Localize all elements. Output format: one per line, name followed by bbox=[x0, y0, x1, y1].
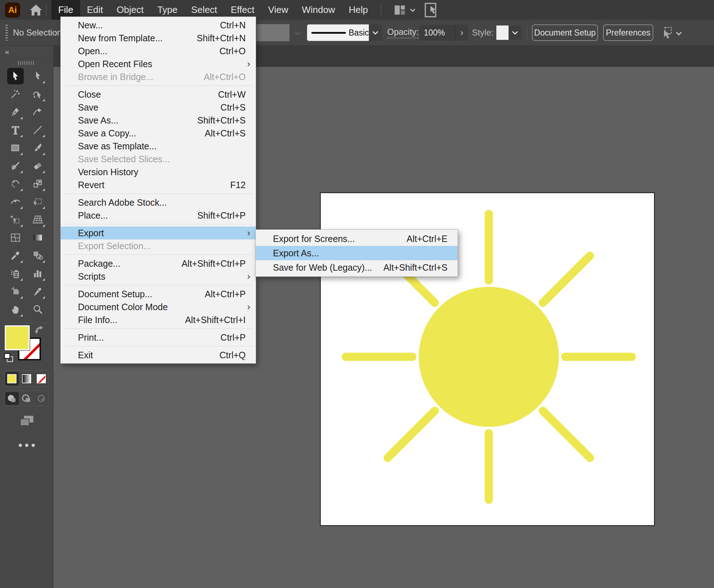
magic-wand-tool[interactable] bbox=[7, 86, 24, 102]
menu-item-save-as-template[interactable]: Save as Template... bbox=[61, 140, 256, 153]
shaper-tool[interactable] bbox=[7, 158, 24, 174]
free-transform-tool[interactable] bbox=[29, 193, 46, 210]
change-screen-mode-icon[interactable] bbox=[0, 414, 53, 427]
eraser-tool[interactable] bbox=[29, 158, 46, 174]
flyout-indicator bbox=[20, 135, 23, 137]
gradient-button[interactable] bbox=[20, 372, 33, 386]
shape-builder-tool[interactable] bbox=[7, 211, 24, 228]
menu-item-export-as[interactable]: Export As... bbox=[256, 246, 458, 260]
menu-item-document-color-mode[interactable]: Document Color Mode› bbox=[61, 300, 256, 313]
slice-tool[interactable] bbox=[29, 283, 46, 300]
menu-item-label: Save As... bbox=[61, 115, 119, 126]
menu-item-shortcut: Alt+Shift+Ctrl+S bbox=[383, 262, 458, 273]
menubar-item-help[interactable]: Help bbox=[342, 0, 375, 20]
perspective-grid-tool[interactable] bbox=[29, 211, 46, 228]
menu-item-print[interactable]: Print...Ctrl+P bbox=[61, 331, 256, 344]
lasso-tool[interactable] bbox=[29, 86, 46, 102]
document-setup-button[interactable]: Document Setup bbox=[532, 24, 598, 41]
style-swatch[interactable] bbox=[496, 25, 509, 40]
eyedropper-tool[interactable] bbox=[7, 247, 24, 264]
edit-toolbar-ellipsis[interactable] bbox=[0, 444, 53, 447]
menu-item-new-from-template[interactable]: New from Template...Shift+Ctrl+N bbox=[61, 32, 256, 45]
collapse-panel-button[interactable]: ‹‹ bbox=[0, 46, 53, 58]
preferences-button[interactable]: Preferences bbox=[603, 24, 653, 41]
workspace-chevron-down-icon[interactable] bbox=[409, 7, 416, 13]
menu-item-open-recent-files[interactable]: Open Recent Files› bbox=[61, 57, 256, 70]
brush-chevron-down-icon[interactable] bbox=[369, 24, 382, 41]
direct-selection-tool[interactable] bbox=[29, 68, 46, 84]
gradient-tool[interactable] bbox=[29, 229, 46, 246]
fill-dropdown-disabled bbox=[256, 24, 289, 41]
curvature-tool[interactable] bbox=[29, 104, 46, 120]
menu-item-label: Version History bbox=[61, 167, 138, 177]
menu-item-revert[interactable]: RevertF12 bbox=[61, 178, 256, 191]
scale-tool[interactable] bbox=[29, 176, 46, 192]
tools-panel-grip[interactable] bbox=[18, 61, 35, 65]
flyout-indicator bbox=[42, 153, 45, 155]
dock-chevron-down-icon[interactable] bbox=[675, 30, 682, 37]
column-graph-tool[interactable] bbox=[29, 265, 46, 282]
menu-item-shortcut: F12 bbox=[230, 180, 256, 190]
symbol-sprayer-tool[interactable] bbox=[7, 265, 24, 282]
menu-item-version-history[interactable]: Version History bbox=[61, 165, 256, 178]
menu-item-save-for-web-legacy[interactable]: Save for Web (Legacy)...Alt+Shift+Ctrl+S bbox=[256, 260, 458, 275]
menu-item-file-info[interactable]: File Info...Alt+Shift+Ctrl+I bbox=[61, 313, 256, 326]
menu-item-label: Export Selection... bbox=[61, 241, 151, 251]
none-button[interactable] bbox=[34, 372, 48, 386]
menu-item-save-as[interactable]: Save As...Shift+Ctrl+S bbox=[61, 114, 256, 127]
swap-fill-stroke-icon[interactable] bbox=[34, 325, 45, 335]
menu-item-search-adobe-stock[interactable]: Search Adobe Stock... bbox=[61, 196, 256, 209]
menu-item-open[interactable]: Open...Ctrl+O bbox=[61, 45, 256, 57]
paintbrush-tool[interactable] bbox=[29, 140, 46, 156]
menu-item-exit[interactable]: ExitCtrl+Q bbox=[61, 349, 256, 361]
artboard-tool[interactable] bbox=[7, 283, 24, 300]
menu-item-package[interactable]: Package...Alt+Shift+Ctrl+P bbox=[61, 257, 256, 270]
menu-item-save[interactable]: SaveCtrl+S bbox=[61, 101, 256, 114]
home-icon[interactable] bbox=[29, 3, 43, 17]
touch-workspace-icon[interactable] bbox=[424, 2, 438, 18]
options-separator bbox=[527, 24, 528, 41]
options-bar-grip[interactable] bbox=[5, 25, 8, 41]
line-segment-tool[interactable] bbox=[29, 122, 46, 138]
menu-item-save-a-copy[interactable]: Save a Copy...Alt+Ctrl+S bbox=[61, 127, 256, 140]
flyout-indicator bbox=[20, 224, 23, 227]
rectangle-tool[interactable] bbox=[7, 140, 24, 156]
menu-item-place[interactable]: Place...Shift+Ctrl+P bbox=[61, 209, 256, 222]
type-tool[interactable] bbox=[7, 122, 24, 138]
illustrator-app-icon[interactable]: Ai bbox=[5, 3, 20, 18]
workspace-switcher-icon[interactable] bbox=[394, 4, 406, 16]
menu-item-scripts[interactable]: Scripts› bbox=[61, 270, 256, 283]
hand-tool[interactable] bbox=[7, 301, 24, 318]
blend-tool[interactable] bbox=[29, 247, 46, 264]
opacity-field[interactable]: 100% › bbox=[419, 25, 468, 41]
color-button[interactable] bbox=[5, 372, 19, 386]
menu-separator bbox=[64, 346, 252, 346]
pen-tool[interactable] bbox=[7, 104, 24, 120]
menubar-item-window[interactable]: Window bbox=[295, 0, 342, 20]
menubar-item-view[interactable]: View bbox=[261, 0, 295, 20]
menu-item-export-for-screens[interactable]: Export for Screens...Alt+Ctrl+E bbox=[256, 232, 458, 246]
flyout-indicator bbox=[42, 99, 45, 101]
opacity-label[interactable]: Opacity: bbox=[387, 20, 419, 46]
width-tool[interactable] bbox=[7, 193, 24, 210]
menu-item-shortcut: Alt+Shift+Ctrl+P bbox=[181, 258, 256, 269]
draw-normal-button[interactable] bbox=[5, 392, 19, 405]
default-fill-stroke-icon[interactable] bbox=[4, 353, 14, 363]
opacity-expand-arrow[interactable]: › bbox=[455, 25, 468, 41]
menu-item-new[interactable]: New...Ctrl+N bbox=[61, 19, 256, 32]
fill-swatch[interactable] bbox=[5, 325, 30, 350]
opacity-value[interactable]: 100% bbox=[419, 25, 455, 41]
draw-behind-button[interactable] bbox=[20, 392, 33, 405]
style-chevron-down-icon[interactable] bbox=[509, 25, 521, 40]
brush-definition-preview[interactable]: Basic bbox=[307, 24, 369, 41]
selection-tool[interactable] bbox=[7, 68, 24, 84]
selection-tool-options-icon[interactable] bbox=[660, 25, 674, 39]
menu-item-shortcut: Alt+Ctrl+E bbox=[407, 234, 458, 244]
mesh-tool[interactable] bbox=[7, 229, 24, 246]
menu-item-close[interactable]: CloseCtrl+W bbox=[61, 88, 256, 101]
zoom-tool[interactable] bbox=[29, 301, 46, 318]
menu-separator bbox=[64, 328, 252, 329]
rotate-tool[interactable] bbox=[7, 176, 24, 192]
menu-item-export[interactable]: Export› bbox=[61, 227, 256, 239]
menu-item-document-setup[interactable]: Document Setup...Alt+Ctrl+P bbox=[61, 288, 256, 300]
